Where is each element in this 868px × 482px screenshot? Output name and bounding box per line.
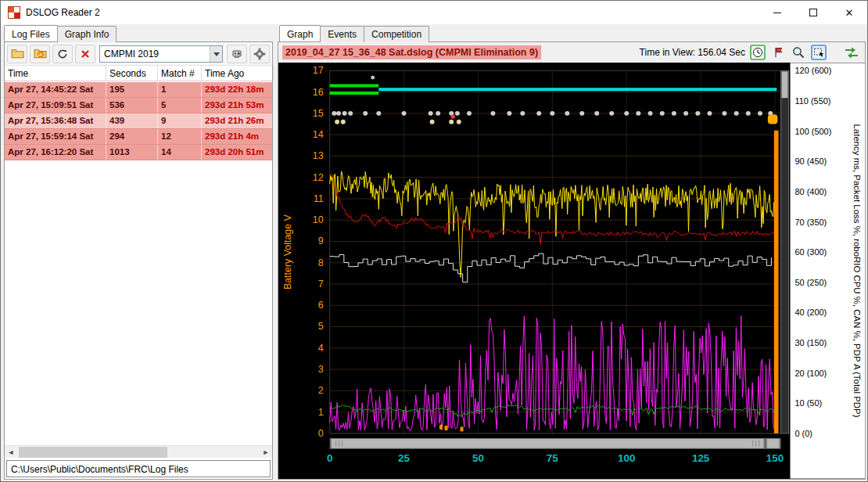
left-tick-label: 14 bbox=[313, 129, 324, 140]
column-header-time-ago[interactable]: Time Ago bbox=[202, 66, 274, 81]
event-dot-tan[interactable] bbox=[341, 120, 346, 124]
event-dot[interactable] bbox=[579, 111, 584, 116]
event-dot[interactable] bbox=[402, 111, 407, 116]
box-select-button[interactable] bbox=[811, 45, 827, 60]
event-dot[interactable] bbox=[429, 111, 433, 116]
tab-log-files[interactable]: Log Files bbox=[4, 25, 58, 41]
right-tick-label: 40 (200) bbox=[794, 308, 827, 317]
log-row[interactable]: Apr 27, 15:59:14 Sat29412293d 21h 4m bbox=[5, 129, 272, 145]
reload-list-button[interactable] bbox=[52, 45, 73, 63]
left-tick-label: 6 bbox=[318, 300, 324, 311]
scroll-left-arrow-icon[interactable]: ◄ bbox=[5, 446, 17, 459]
log-row[interactable]: Apr 27, 16:12:20 Sat101314293d 20h 51m bbox=[5, 145, 272, 160]
event-dot[interactable] bbox=[734, 111, 739, 116]
cell-match: 14 bbox=[158, 145, 202, 160]
event-dot-top[interactable] bbox=[371, 76, 375, 80]
event-dot[interactable] bbox=[348, 111, 353, 116]
time-cursor-clock-button[interactable] bbox=[750, 45, 766, 60]
maximize-button[interactable] bbox=[795, 1, 831, 24]
swap-arrows-icon bbox=[844, 45, 859, 60]
event-flag-button[interactable] bbox=[770, 45, 786, 60]
cell-time: Apr 27, 15:36:48 Sat bbox=[5, 113, 106, 128]
plot-hscrollbar-endcap[interactable] bbox=[767, 439, 780, 448]
zoom-button[interactable] bbox=[791, 45, 806, 60]
event-dot[interactable] bbox=[507, 111, 511, 116]
event-dot-tan[interactable] bbox=[430, 120, 435, 124]
graph-area: 01234567891011121314151617Battery Voltag… bbox=[278, 63, 865, 479]
event-dot[interactable] bbox=[636, 111, 640, 116]
scrollbar-thumb[interactable] bbox=[19, 447, 167, 458]
event-dot[interactable] bbox=[707, 111, 712, 116]
log-row[interactable]: Apr 27, 14:45:22 Sat1951293d 22h 18m bbox=[5, 82, 272, 98]
event-dot[interactable] bbox=[336, 111, 341, 116]
swap-arrows-button[interactable] bbox=[844, 45, 859, 60]
plot-hscrollbar-thumb[interactable] bbox=[332, 439, 764, 448]
window-title: DSLOG Reader 2 bbox=[26, 7, 100, 18]
cell-time: Apr 27, 15:09:51 Sat bbox=[5, 98, 106, 113]
event-dot[interactable] bbox=[624, 111, 629, 116]
event-dot[interactable] bbox=[490, 111, 495, 116]
log-table-hscrollbar[interactable]: ◄ ► bbox=[5, 445, 272, 458]
cell-ago: 293d 21h 4m bbox=[202, 129, 274, 144]
event-dot[interactable] bbox=[672, 111, 676, 116]
orange-mark bbox=[439, 425, 443, 430]
event-dot[interactable] bbox=[695, 111, 700, 116]
log-row[interactable]: Apr 27, 15:36:48 Sat4399293d 21h 26m bbox=[5, 113, 272, 129]
plot-vscrollbar-thumb[interactable] bbox=[782, 71, 788, 98]
settings-button[interactable] bbox=[249, 45, 270, 63]
scroll-right-arrow-icon[interactable]: ► bbox=[260, 446, 272, 459]
right-tick-label: 10 (50) bbox=[794, 398, 822, 408]
event-dot[interactable] bbox=[758, 111, 762, 116]
end-marker-blob bbox=[768, 114, 778, 124]
event-select-combobox[interactable]: CMPMI 2019 bbox=[99, 45, 223, 63]
event-dot-red[interactable] bbox=[451, 114, 455, 118]
event-dot-tan[interactable] bbox=[449, 120, 454, 124]
cell-time: Apr 27, 16:12:20 Sat bbox=[5, 145, 106, 160]
event-dot[interactable] bbox=[536, 111, 541, 116]
right-tick-label: 50 (250) bbox=[794, 278, 827, 287]
open-folder-icon bbox=[11, 47, 24, 60]
event-dot-tan[interactable] bbox=[457, 120, 461, 124]
tab-competition[interactable]: Competition bbox=[364, 26, 429, 42]
event-select-value: CMPMI 2019 bbox=[104, 49, 159, 59]
event-dot[interactable] bbox=[343, 111, 347, 116]
log-row[interactable]: Apr 27, 15:09:51 Sat5365293d 21h 53m bbox=[5, 98, 272, 113]
event-dot[interactable] bbox=[746, 111, 751, 116]
event-dot[interactable] bbox=[683, 111, 688, 116]
tab-graph-info[interactable]: Graph Info bbox=[57, 26, 117, 42]
event-dot[interactable] bbox=[660, 111, 665, 116]
refresh-folder-button[interactable] bbox=[30, 45, 50, 63]
open-folder-button[interactable] bbox=[7, 45, 27, 63]
event-dot[interactable] bbox=[648, 111, 653, 116]
event-dot[interactable] bbox=[722, 111, 726, 116]
close-button[interactable]: ✕ bbox=[831, 1, 867, 24]
graph-plot[interactable]: 01234567891011121314151617Battery Voltag… bbox=[278, 63, 865, 479]
column-header-time[interactable]: Time bbox=[5, 66, 106, 81]
minimize-button[interactable] bbox=[759, 1, 795, 24]
event-dot[interactable] bbox=[467, 111, 472, 116]
event-dot[interactable] bbox=[550, 111, 554, 116]
tab-events[interactable]: Events bbox=[320, 26, 364, 42]
right-tick-label: 60 (300) bbox=[794, 247, 827, 257]
event-dot[interactable] bbox=[565, 111, 569, 116]
plot-vscrollbar-track[interactable] bbox=[781, 70, 789, 433]
time-cursor-clock-icon bbox=[750, 45, 766, 60]
event-dot[interactable] bbox=[436, 111, 440, 116]
usb-import-icon bbox=[231, 48, 243, 60]
usb-import-button[interactable] bbox=[227, 45, 247, 63]
event-dot[interactable] bbox=[594, 111, 599, 116]
event-dot-tan[interactable] bbox=[335, 120, 339, 124]
tab-graph[interactable]: Graph bbox=[279, 25, 321, 41]
event-dot[interactable] bbox=[363, 111, 368, 116]
cell-ago: 293d 20h 51m bbox=[202, 145, 274, 160]
log-table-body: Apr 27, 14:45:22 Sat1951293d 22h 18mApr … bbox=[5, 82, 272, 160]
event-dot[interactable] bbox=[376, 111, 381, 116]
column-header-seconds[interactable]: Seconds bbox=[106, 66, 158, 81]
column-header-match-[interactable]: Match # bbox=[158, 66, 202, 81]
log-folder-path-field[interactable]: C:\Users\Public\Documents\FRC\Log Files bbox=[6, 460, 271, 477]
event-dot[interactable] bbox=[609, 111, 614, 116]
clear-filter-button[interactable] bbox=[75, 45, 95, 63]
event-dot[interactable] bbox=[520, 111, 525, 116]
event-dot[interactable] bbox=[332, 111, 336, 116]
event-dot[interactable] bbox=[455, 111, 460, 116]
